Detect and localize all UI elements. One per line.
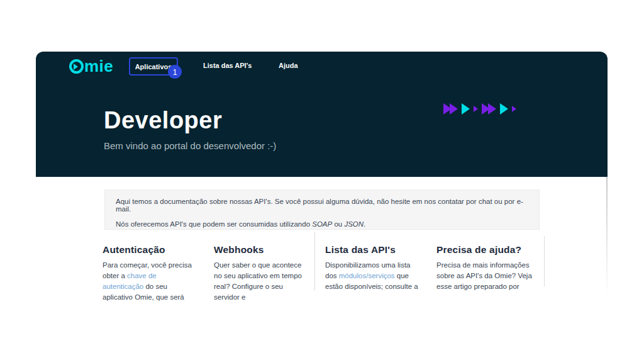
column-divider bbox=[314, 232, 315, 291]
topic-autenticacao: Autenticação Para começar, você precisa … bbox=[103, 244, 198, 303]
topic-title: Webhooks bbox=[214, 244, 309, 256]
intro-note: Aqui temos a documentação sobre nossas A… bbox=[104, 189, 540, 230]
hero-panel: mie Aplicativos 1 Lista das API's Ajuda … bbox=[36, 52, 608, 177]
topic-lista-das-apis: Lista das API's Disponibilizamos uma lis… bbox=[325, 244, 421, 292]
intro-line-1: Aqui temos a documentação sobre nossas A… bbox=[116, 198, 528, 213]
decorative-arrows bbox=[443, 103, 516, 115]
fast-forward-icon bbox=[482, 103, 496, 115]
omie-logo[interactable]: mie bbox=[69, 57, 113, 76]
nav-item-aplicativos-label: Aplicativos bbox=[135, 63, 172, 70]
json-label: JSON bbox=[344, 220, 364, 228]
topic-title: Autenticação bbox=[103, 244, 198, 256]
nav-item-ajuda[interactable]: Ajuda bbox=[279, 62, 298, 69]
fast-forward-icon bbox=[443, 103, 458, 115]
omie-logo-text: mie bbox=[84, 57, 113, 76]
small-play-icon bbox=[474, 106, 478, 112]
page-subtitle: Bem vindo ao portal do desenvolvedor :-) bbox=[104, 140, 276, 151]
omie-logo-o-icon bbox=[69, 59, 84, 74]
intro-line-2: Nós oferecemos API's que podem ser consu… bbox=[116, 220, 528, 228]
topic-text: Quer saber o que acontece no seu aplicat… bbox=[214, 260, 309, 303]
play-icon bbox=[74, 64, 79, 70]
topic-precisa-de-ajuda: Precisa de ajuda? Precisa de mais inform… bbox=[436, 244, 532, 292]
topic-title: Lista das API's bbox=[325, 244, 421, 256]
page-edge-divider bbox=[606, 177, 608, 298]
column-divider bbox=[544, 236, 545, 286]
topic-text: Disponibilizamos uma lista dos módulos/s… bbox=[325, 260, 421, 292]
topic-webhooks: Webhooks Quer saber o que acontece no se… bbox=[214, 244, 309, 303]
play-icon bbox=[500, 103, 508, 115]
topic-text: Precisa de mais informações sobre as API… bbox=[436, 260, 532, 292]
small-play-icon bbox=[512, 106, 516, 112]
annotation-badge-label: 1 bbox=[172, 67, 177, 77]
modulos-servicos-link[interactable]: módulos/serviços bbox=[339, 272, 395, 279]
page-title: Developer bbox=[104, 107, 222, 134]
annotation-badge: 1 bbox=[168, 65, 182, 79]
soap-label: SOAP bbox=[312, 220, 332, 228]
topic-title: Precisa de ajuda? bbox=[436, 244, 532, 256]
nav-item-lista-das-apis[interactable]: Lista das API's bbox=[203, 62, 252, 69]
topic-text: Para começar, você precisa obter a chave… bbox=[103, 260, 198, 303]
play-icon bbox=[462, 103, 470, 115]
page: mie Aplicativos 1 Lista das API's Ajuda … bbox=[0, 0, 644, 338]
